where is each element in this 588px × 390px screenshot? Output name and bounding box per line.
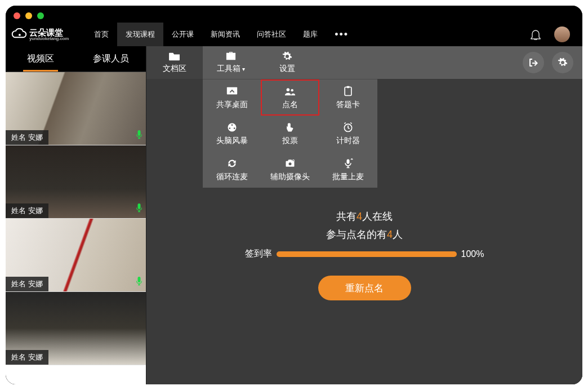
tab-toolbox[interactable]: 工具箱▾: [203, 46, 259, 79]
svg-point-8: [229, 127, 230, 129]
brand-sub: yunduoketang.com: [29, 37, 69, 41]
tab-roster[interactable]: 参课人员: [76, 46, 146, 72]
tool-vote[interactable]: 投票: [261, 116, 319, 152]
nav-qa[interactable]: 问答社区: [248, 23, 295, 46]
participant-name-tag: 姓名 安娜: [6, 130, 48, 145]
brand-logo: 云朵课堂 yunduoketang.com: [11, 28, 69, 41]
video-tile[interactable]: 姓名 安娜: [6, 219, 146, 292]
video-tile[interactable]: 姓名 安娜: [6, 145, 146, 219]
loop-icon: [226, 158, 238, 169]
svg-rect-5: [347, 86, 350, 87]
main-body: 视频区 参课人员 姓名 安娜 姓名 安娜 姓名 安娜: [6, 46, 582, 384]
tool-answer-card[interactable]: 答题卡: [319, 79, 377, 116]
minimize-window-button[interactable]: [25, 12, 32, 19]
right-toolbar: 文档区 工具箱▾ 设置: [146, 46, 582, 79]
participant-name-tag: 姓名 安娜: [6, 277, 48, 291]
svg-point-11: [288, 162, 291, 165]
svg-rect-13: [347, 159, 350, 163]
nav-news[interactable]: 新闻资讯: [202, 23, 248, 46]
svg-point-2: [287, 88, 289, 91]
chevron-down-icon: ▾: [242, 66, 245, 72]
alarm-clock-icon: [342, 122, 354, 133]
brand-name: 云朵课堂: [29, 28, 69, 37]
toolbox-menu: 共享桌面 点名 答题卡 头脑风暴 投票: [203, 79, 377, 188]
mic-up-icon: [342, 158, 354, 169]
redo-rollcall-button[interactable]: 重新点名: [318, 276, 411, 300]
participant-name-tag: 姓名 安娜: [6, 350, 48, 365]
tool-brainstorm[interactable]: 头脑风暴: [203, 116, 261, 152]
exit-button[interactable]: [523, 52, 544, 73]
mic-on-icon: [136, 203, 142, 215]
cloud-icon: [11, 28, 27, 41]
film-reel-icon: [226, 122, 238, 133]
screen-share-icon: [226, 86, 238, 97]
video-tile[interactable]: 姓名 安娜: [6, 292, 146, 365]
nav-home[interactable]: 首页: [86, 23, 117, 46]
close-window-button[interactable]: [14, 12, 20, 19]
mic-on-icon: [136, 277, 142, 288]
svg-point-9: [233, 127, 235, 129]
mic-on-icon: [136, 130, 142, 141]
maximize-window-button[interactable]: [37, 12, 44, 19]
video-tile[interactable]: 姓名 安娜: [6, 72, 146, 145]
right-toolbar-right: [514, 46, 582, 79]
gear-icon: [281, 51, 293, 61]
tool-aux-camera[interactable]: 辅助摄像头: [261, 152, 319, 188]
nav-open-courses[interactable]: 公开课: [163, 23, 202, 46]
settings-gear-button[interactable]: [552, 52, 573, 73]
signin-progress-bar: [277, 251, 457, 257]
window-controls: [6, 6, 582, 23]
tool-share-screen[interactable]: 共享桌面: [203, 79, 261, 116]
left-tabs: 视频区 参课人员: [6, 46, 146, 72]
svg-rect-4: [345, 87, 351, 95]
rollcall-result: 共有4人在线 参与点名的有4人 签到率 100% 重新点名: [146, 210, 582, 300]
nav-more[interactable]: •••: [326, 23, 357, 46]
tool-loop-mic[interactable]: 循环连麦: [203, 152, 261, 188]
clipboard-icon: [342, 86, 354, 97]
gear-icon: [558, 57, 568, 68]
camera-plus-icon: [284, 158, 296, 169]
signin-rate-label: 签到率: [245, 248, 272, 260]
attend-count-line: 参与点名的有4人: [146, 228, 582, 241]
tool-timer[interactable]: 计时器: [319, 116, 377, 152]
folder-icon: [168, 51, 181, 61]
notifications-bell-icon[interactable]: [531, 29, 541, 40]
participant-name-tag: 姓名 安娜: [6, 203, 48, 218]
tab-documents[interactable]: 文档区: [146, 46, 203, 79]
left-panel: 视频区 参课人员 姓名 安娜 姓名 安娜 姓名 安娜: [6, 46, 146, 384]
svg-point-3: [291, 88, 293, 91]
people-icon: [284, 86, 296, 97]
svg-point-0: [19, 34, 21, 36]
svg-point-7: [231, 124, 233, 126]
tab-settings[interactable]: 设置: [259, 46, 315, 79]
online-count-line: 共有4人在线: [146, 210, 582, 223]
right-panel: 文档区 工具箱▾ 设置: [146, 46, 582, 384]
app-window: 云朵课堂 yunduoketang.com 首页 发现课程 公开课 新闻资讯 问…: [6, 6, 582, 384]
tab-video-area[interactable]: 视频区: [6, 46, 76, 72]
topbar: 云朵课堂 yunduoketang.com 首页 发现课程 公开课 新闻资讯 问…: [6, 23, 582, 46]
nav-discover[interactable]: 发现课程: [117, 23, 163, 46]
exit-icon: [528, 57, 538, 68]
signin-rate-row: 签到率 100%: [146, 248, 582, 260]
signin-rate-value: 100%: [461, 249, 484, 259]
hand-tap-icon: [284, 122, 296, 133]
main-nav: 首页 发现课程 公开课 新闻资讯 问答社区 题库 •••: [86, 23, 357, 46]
tool-batch-mic[interactable]: 批量上麦: [319, 152, 377, 188]
briefcase-icon: [225, 51, 237, 61]
user-avatar[interactable]: [554, 26, 570, 42]
topbar-right: [531, 26, 577, 42]
tool-rollcall[interactable]: 点名: [261, 79, 319, 116]
nav-question-bank[interactable]: 题库: [295, 23, 326, 46]
video-list: 姓名 安娜 姓名 安娜 姓名 安娜 姓名 安娜: [6, 72, 146, 384]
